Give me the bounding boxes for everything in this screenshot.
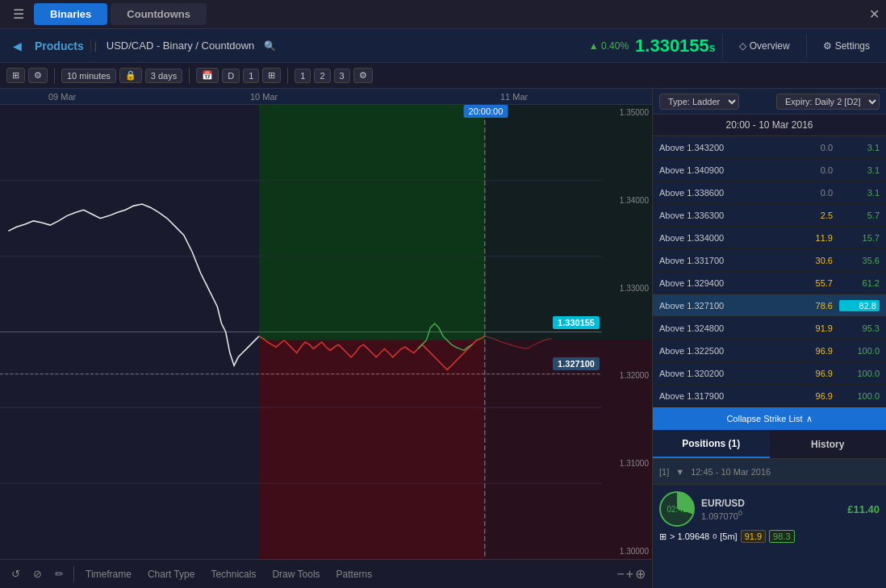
zoom-controls: − + ⊕ [616,566,646,582]
strike-val2: 61.2 [839,278,880,288]
strike-val1: 78.6 [799,301,839,311]
products-link[interactable]: Products [28,40,91,52]
strike-val1: 0.0 [799,165,839,175]
strike-row[interactable]: Above 1.336300 2.5 5.7 [653,204,886,227]
date-3: 11 Mar [500,92,528,102]
collapse-button[interactable]: Collapse Strike List ∧ [653,407,886,430]
date-2: 10 Mar [250,92,278,102]
y-label-4: 1.32000 [600,371,652,380]
strike-label: Above 1.338600 [659,188,799,198]
current-price-label: 1.330155 [553,316,600,329]
pos-bet-val1[interactable]: 91.9 [741,530,766,543]
y-label-1: 1.35000 [600,108,652,117]
hamburger-button[interactable]: ☰ [6,3,31,25]
tab-countdowns[interactable]: Countdowns [111,3,207,25]
pos-arrow-icon[interactable]: ▼ [675,467,684,477]
nav-divider2 [806,34,807,58]
chart-type-label[interactable]: Chart Type [141,569,201,580]
y-label-6: 1.30000 [600,547,652,556]
position-item: 02:42 EUR/USD 1.0970700 £11.40 ⊞ > 1.096… [653,485,886,550]
panel-controls: Type: Ladder Expiry: Daily 2 [D2] [653,89,886,115]
settings-button[interactable]: ⚙ Settings [813,40,880,52]
strike-label: Above 1.320200 [659,369,799,378]
pos-timer-circle: 02:42 [659,491,695,527]
chart-canvas: 20:00:00 1.330155 1.327100 1.35000 1.340… [0,105,652,559]
settings-gear-button[interactable]: ⚙ [353,68,373,83]
history-tab[interactable]: History [770,430,887,458]
close-button[interactable]: ✕ [869,6,880,22]
draw-tools-label[interactable]: Draw Tools [265,569,326,580]
pos-profit: £11.40 [847,503,880,515]
strike-val1: 30.6 [799,256,839,265]
search-icon[interactable]: 🔍 [264,40,276,52]
pos-bet-s-sup: 0 [713,532,717,540]
strike-row[interactable]: Above 1.340900 0.0 3.1 [653,159,886,181]
expiry-select[interactable]: Expiry: Daily 2 [D2] [776,94,880,110]
lock-button[interactable]: 🔒 [119,68,142,83]
strike-row[interactable]: Above 1.338600 0.0 3.1 [653,181,886,204]
y-label-3: 1.33000 [600,284,652,293]
d-button[interactable]: D [222,69,240,83]
strike-row[interactable]: Above 1.329400 55.7 61.2 [653,272,886,294]
strike-row[interactable]: Above 1.327100 78.6 82.8 [653,294,886,317]
positions-tab[interactable]: Positions (1) [653,430,770,458]
strike-label: Above 1.331700 [659,256,799,265]
pos-bet-mid: [5m] [720,532,737,541]
strike-label: Above 1.336300 [659,211,799,220]
bottom-toolbar: ↺ ⊘ ✏ Timeframe Chart Type Technicals Dr… [0,559,652,588]
t3-button[interactable]: 3 [334,69,350,83]
table-icon-button[interactable]: ⊞ [6,68,25,83]
strike-label: Above 1.329400 [659,278,799,288]
chart-icon-button[interactable]: ⊞ [262,68,281,83]
zoom-minus-button[interactable]: − [616,567,624,582]
calendar-button[interactable]: 📅 [196,68,219,83]
days-button[interactable]: 3 days [145,69,182,83]
y-label-5: 1.31000 [600,459,652,468]
strike-val1: 96.9 [799,369,839,378]
overview-button[interactable]: ◇ Overview [729,40,800,52]
zoom-plus-button[interactable]: + [626,567,633,582]
pos-bet-row: ⊞ > 1.09648 0 [5m] 91.9 98.3 [659,530,880,543]
strike-row[interactable]: Above 1.322500 96.9 100.0 [653,340,886,362]
pos-bet-val: > 1.09648 [670,532,709,541]
t2-button[interactable]: 2 [314,69,330,83]
strike-row[interactable]: Above 1.343200 0.0 3.1 [653,136,886,159]
strike-row[interactable]: Above 1.331700 30.6 35.6 [653,249,886,272]
strike-label: Above 1.340900 [659,165,799,175]
zoom-cross-button[interactable]: ⊕ [635,566,646,582]
t1-button[interactable]: 1 [295,69,311,83]
chart-svg [0,105,652,559]
date-1: 09 Mar [48,92,76,102]
cancel-button[interactable]: ⊘ [28,565,47,583]
draw-button[interactable]: ✏ [50,565,69,583]
strike-val2: 100.0 [839,346,880,356]
strike-row[interactable]: Above 1.324800 91.9 95.3 [653,317,886,340]
back-button[interactable]: ◀ [6,40,28,52]
chart-dates: 09 Mar 10 Mar 11 Mar [0,89,652,105]
main-content: 09 Mar 10 Mar 11 Mar [0,89,886,588]
pos-time: 12:45 - 10 Mar 2016 [691,467,771,477]
pos-bet-icon: ⊞ [659,532,667,542]
strike-val2: 3.1 [839,188,880,198]
separator: | [91,40,100,52]
num1-button[interactable]: 1 [243,69,259,83]
strike-row[interactable]: Above 1.317900 96.9 100.0 [653,385,886,407]
pos-pair: EUR/USD [701,498,841,509]
strike-list: Above 1.343200 0.0 3.1 Above 1.340900 0.… [653,136,886,407]
pos-bet-val2[interactable]: 98.3 [769,530,794,543]
strike-row[interactable]: Above 1.334000 11.9 15.7 [653,227,886,249]
timeframe-label[interactable]: Timeframe [79,569,138,580]
technicals-label[interactable]: Technicals [204,569,262,580]
strike-val2: 82.8 [839,300,880,311]
y-label-2: 1.34000 [600,196,652,205]
patterns-label[interactable]: Patterns [330,569,379,580]
time-label: 20:00:00 [464,105,508,118]
tab-binaries[interactable]: Binaries [34,3,107,25]
pos-row1: 02:42 EUR/USD 1.0970700 £11.40 [659,491,880,527]
type-select[interactable]: Type: Ladder [659,94,739,110]
timeframe-button[interactable]: 10 minutes [61,69,116,83]
gear-icon-button[interactable]: ⚙ [28,68,48,83]
strike-val2: 5.7 [839,211,880,220]
refresh-button[interactable]: ↺ [6,565,25,583]
strike-row[interactable]: Above 1.320200 96.9 100.0 [653,362,886,385]
